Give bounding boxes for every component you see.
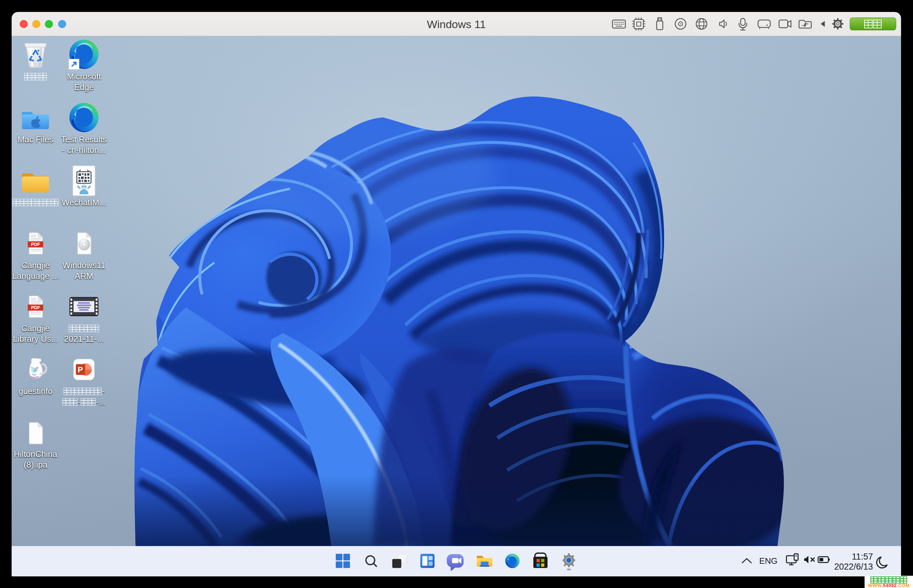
- svg-text:11:57: 11:57: [852, 552, 873, 562]
- svg-text:2022/6/13: 2022/6/13: [834, 562, 873, 572]
- svg-text:ENG: ENG: [759, 556, 777, 566]
